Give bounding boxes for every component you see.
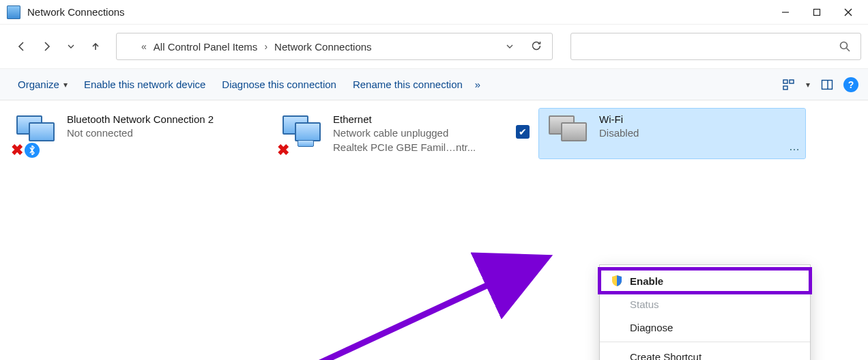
ctx-status-label: Status bbox=[630, 299, 659, 310]
tile-status: Disabled bbox=[599, 126, 639, 140]
svg-rect-8 bbox=[783, 86, 787, 89]
history-dropdown[interactable] bbox=[60, 36, 82, 57]
tile-name: Bluetooth Network Connection 2 bbox=[67, 113, 214, 126]
connection-tile-ethernet[interactable]: ✖ Ethernet Network cable unplugged Realt… bbox=[273, 109, 519, 158]
tile-name: Ethernet bbox=[333, 113, 476, 126]
tile-text: Ethernet Network cable unplugged Realtek… bbox=[333, 113, 476, 154]
organize-label: Organize bbox=[18, 79, 59, 90]
error-x-icon: ✖ bbox=[10, 143, 25, 158]
address-bar[interactable]: « All Control Panel Items › Network Conn… bbox=[116, 33, 553, 60]
ctx-diagnose-label: Diagnose bbox=[630, 322, 673, 333]
shield-icon bbox=[611, 275, 623, 287]
cmd-diagnose[interactable]: Diagnose this connection bbox=[214, 76, 345, 93]
ctx-status: Status bbox=[600, 292, 810, 316]
view-options-dropdown[interactable]: ▾ bbox=[798, 75, 818, 94]
close-button[interactable] bbox=[833, 1, 864, 23]
back-button[interactable] bbox=[11, 36, 33, 57]
svg-rect-6 bbox=[783, 80, 787, 83]
breadcrumb-seg-2[interactable]: Network Connections bbox=[274, 41, 372, 53]
app-icon bbox=[7, 5, 20, 19]
bluetooth-connection-icon: ✖ bbox=[12, 113, 60, 154]
minimize-button[interactable] bbox=[770, 1, 801, 23]
cmd-overflow[interactable]: » bbox=[471, 76, 484, 93]
ctx-diagnose[interactable]: Diagnose bbox=[600, 316, 810, 339]
cmd-enable-device[interactable]: Enable this network device bbox=[76, 76, 214, 93]
search-box[interactable] bbox=[570, 33, 861, 60]
separator bbox=[600, 342, 810, 342]
organize-menu[interactable]: Organize ▾ bbox=[10, 76, 76, 93]
tile-name: Wi-Fi bbox=[599, 113, 639, 126]
nav-row: « All Control Panel Items › Network Conn… bbox=[0, 25, 868, 69]
wifi-connection-icon bbox=[545, 113, 592, 154]
refresh-button[interactable] bbox=[526, 40, 547, 54]
location-icon bbox=[122, 42, 134, 51]
title-bar: Network Connections bbox=[0, 0, 868, 25]
svg-point-4 bbox=[841, 42, 848, 49]
annotation-arrow bbox=[199, 245, 575, 360]
tile-text: Wi-Fi Disabled bbox=[599, 113, 639, 154]
bluetooth-badge-icon bbox=[25, 143, 40, 158]
content-area: ✖ Bluetooth Network Connection 2 Not con… bbox=[0, 100, 868, 360]
preview-pane-button[interactable] bbox=[818, 75, 837, 94]
maximize-button[interactable] bbox=[801, 1, 833, 23]
connection-tile-wifi[interactable]: ✔ Wi-Fi Disabled … bbox=[539, 109, 805, 158]
address-dropdown[interactable] bbox=[499, 41, 521, 53]
selection-check-icon[interactable]: ✔ bbox=[516, 125, 530, 139]
caret-down-icon: ▾ bbox=[63, 80, 68, 89]
tile-text: Bluetooth Network Connection 2 Not conne… bbox=[67, 113, 214, 154]
svg-rect-7 bbox=[790, 80, 794, 83]
cmd-rename[interactable]: Rename this connection bbox=[345, 76, 471, 93]
ethernet-connection-icon: ✖ bbox=[278, 113, 326, 154]
tile-adapter: Realtek PCIe GBE Famil…ntr... bbox=[333, 141, 476, 154]
forward-button[interactable] bbox=[35, 36, 57, 57]
ctx-create-shortcut[interactable]: Create Shortcut bbox=[600, 345, 810, 360]
up-button[interactable] bbox=[85, 36, 106, 57]
search-icon bbox=[839, 40, 851, 53]
chevron-right-icon: › bbox=[263, 41, 269, 52]
view-options-button[interactable] bbox=[779, 75, 798, 94]
tile-status: Network cable unplugged bbox=[333, 126, 476, 140]
connection-tile-bluetooth[interactable]: ✖ Bluetooth Network Connection 2 Not con… bbox=[7, 109, 252, 158]
window-title: Network Connections bbox=[27, 6, 770, 18]
error-x-icon: ✖ bbox=[276, 143, 291, 158]
svg-rect-9 bbox=[822, 80, 833, 89]
ctx-shortcut-label: Create Shortcut bbox=[630, 351, 701, 361]
svg-line-5 bbox=[847, 49, 850, 52]
svg-rect-1 bbox=[814, 9, 820, 15]
ctx-enable[interactable]: Enable bbox=[600, 269, 810, 292]
breadcrumb-overflow[interactable]: « bbox=[140, 41, 148, 52]
help-button[interactable]: ? bbox=[843, 77, 858, 92]
ctx-enable-label: Enable bbox=[630, 275, 663, 287]
tile-overflow[interactable]: … bbox=[789, 141, 801, 153]
context-menu: Enable Status Diagnose Create Shortcut D… bbox=[599, 264, 811, 360]
command-bar: Organize ▾ Enable this network device Di… bbox=[0, 69, 868, 100]
breadcrumb-seg-1[interactable]: All Control Panel Items bbox=[154, 41, 258, 53]
svg-line-11 bbox=[220, 258, 547, 360]
tile-status: Not connected bbox=[67, 126, 214, 140]
